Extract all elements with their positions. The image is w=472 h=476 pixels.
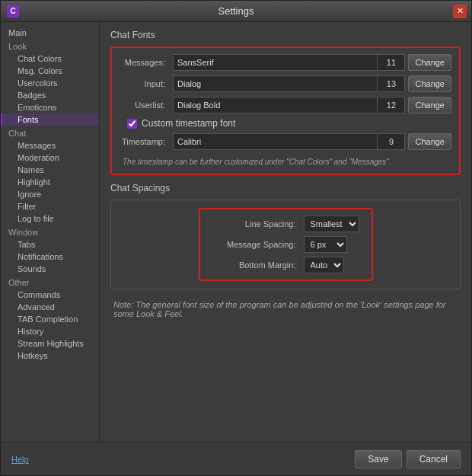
line-spacing-row: Line Spacing: Smallest Small Normal Larg…: [212, 216, 359, 232]
sidebar-item-log-to-file[interactable]: Log to file: [1, 212, 99, 225]
message-spacing-select[interactable]: 3 px 6 px 9 px 12 px: [304, 236, 347, 253]
bottom-bar: Help Save Cancel: [1, 442, 471, 475]
messages-font-input[interactable]: [173, 54, 378, 71]
sidebar-section-look: Look: [1, 39, 99, 53]
sidebar-item-msg-colors[interactable]: Msg. Colors: [1, 65, 99, 77]
sidebar-section-window: Window: [1, 225, 99, 238]
line-spacing-label: Line Spacing:: [212, 219, 304, 228]
sidebar-item-badges[interactable]: Badges: [1, 89, 99, 101]
timestamp-row: Timestamp: Change: [120, 133, 451, 150]
close-button[interactable]: ✕: [453, 5, 467, 18]
chat-spacings-section: Chat Spacings Line Spacing: Smallest Sma…: [110, 183, 461, 289]
input-change-button[interactable]: Change: [408, 75, 451, 92]
content-area: Main Look Chat Colors Msg. Colors Userco…: [1, 22, 471, 442]
chat-fonts-title: Chat Fonts: [110, 30, 461, 40]
input-font-input[interactable]: [173, 75, 378, 92]
note-text: Note: The general font size of the progr…: [110, 297, 461, 321]
sidebar-item-hotkeys[interactable]: Hotkeys: [1, 350, 99, 362]
sidebar-item-names[interactable]: Names: [1, 164, 99, 176]
custom-timestamp-label: Custom timestamp font: [142, 118, 235, 129]
sidebar-item-tab-completion[interactable]: TAB Completion: [1, 313, 99, 325]
sidebar-item-history[interactable]: History: [1, 325, 99, 337]
messages-label: Messages:: [120, 58, 173, 67]
sidebar-item-tabs[interactable]: Tabs: [1, 238, 99, 251]
sidebar-item-moderation[interactable]: Moderation: [1, 152, 99, 164]
bottom-margin-label: Bottom Margin:: [212, 260, 304, 270]
userlist-change-button[interactable]: Change: [408, 97, 451, 113]
sidebar-section-other: Other: [1, 275, 99, 289]
userlist-row: Userlist: Change: [120, 97, 451, 113]
spacings-red-box: Line Spacing: Smallest Small Normal Larg…: [199, 208, 373, 281]
messages-change-button[interactable]: Change: [408, 54, 451, 71]
userlist-font-input[interactable]: [173, 97, 378, 113]
chat-fonts-section: Chat Fonts Messages: Change Input: C: [110, 30, 461, 175]
sidebar-item-highlight[interactable]: Highlight: [1, 176, 99, 188]
userlist-size-input[interactable]: [378, 97, 405, 113]
titlebar: C Settings ✕: [1, 1, 471, 22]
messages-row: Messages: Change: [120, 54, 451, 71]
chat-fonts-box: Messages: Change Input: Change Use: [110, 46, 461, 175]
timestamp-hint: The timestamp can be further customized …: [120, 155, 451, 168]
message-spacing-label: Message Spacing:: [212, 240, 304, 249]
sidebar-item-notifications[interactable]: Notifications: [1, 251, 99, 263]
line-spacing-select[interactable]: Smallest Small Normal Large: [304, 216, 359, 232]
help-link[interactable]: Help: [11, 455, 29, 464]
sidebar-item-commands[interactable]: Commands: [1, 289, 99, 301]
sidebar-item-usercolors[interactable]: Usercolors: [1, 77, 99, 89]
custom-timestamp-row: Custom timestamp font: [120, 118, 451, 129]
timestamp-size-input[interactable]: [378, 133, 405, 150]
sidebar-item-stream-highlights[interactable]: Stream Highlights: [1, 337, 99, 350]
settings-window: C Settings ✕ Main Look Chat Colors Msg. …: [0, 0, 472, 476]
spacings-inner-wrapper: Line Spacing: Smallest Small Normal Larg…: [122, 208, 449, 281]
sidebar-item-emoticons[interactable]: Emoticons: [1, 101, 99, 113]
sidebar-item-sounds[interactable]: Sounds: [1, 263, 99, 275]
timestamp-label: Timestamp:: [120, 137, 173, 146]
app-icon: C: [7, 5, 19, 18]
sidebar-item-fonts[interactable]: Fonts: [1, 113, 99, 126]
action-buttons: Save Cancel: [350, 450, 461, 468]
sidebar-item-messages[interactable]: Messages: [1, 139, 99, 152]
sidebar-item-advanced[interactable]: Advanced: [1, 301, 99, 313]
message-spacing-row: Message Spacing: 3 px 6 px 9 px 12 px: [212, 236, 359, 253]
chat-spacings-title: Chat Spacings: [110, 183, 461, 193]
sidebar-item-chat-colors[interactable]: Chat Colors: [1, 53, 99, 65]
bottom-margin-row: Bottom Margin: Auto 0 2 4: [212, 257, 359, 273]
sidebar-item-main[interactable]: Main: [1, 27, 99, 39]
window-title: Settings: [218, 5, 254, 17]
custom-timestamp-checkbox[interactable]: [127, 119, 137, 129]
sidebar-item-ignore[interactable]: Ignore: [1, 188, 99, 200]
chat-spacings-box: Line Spacing: Smallest Small Normal Larg…: [110, 200, 461, 289]
input-row: Input: Change: [120, 75, 451, 92]
userlist-label: Userlist:: [120, 101, 173, 110]
timestamp-font-input[interactable]: [173, 133, 378, 150]
timestamp-change-button[interactable]: Change: [408, 133, 451, 150]
sidebar: Main Look Chat Colors Msg. Colors Userco…: [1, 22, 100, 442]
main-panel: Chat Fonts Messages: Change Input: C: [100, 22, 471, 442]
input-label: Input:: [120, 79, 173, 88]
messages-size-input[interactable]: [378, 54, 405, 71]
bottom-margin-select[interactable]: Auto 0 2 4: [304, 257, 344, 273]
cancel-button[interactable]: Cancel: [407, 450, 461, 468]
sidebar-section-chat: Chat: [1, 126, 99, 139]
save-button[interactable]: Save: [355, 450, 401, 468]
input-size-input[interactable]: [378, 75, 405, 92]
sidebar-item-filter[interactable]: Filter: [1, 200, 99, 212]
